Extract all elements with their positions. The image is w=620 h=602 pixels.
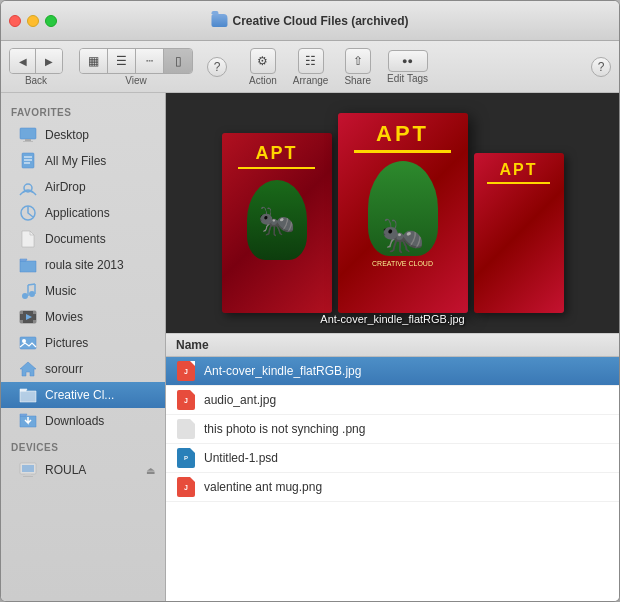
view-icon-btn[interactable]: ▦ [80,49,108,73]
help-section: ? [207,57,227,77]
sidebar-movies-label: Movies [45,310,83,324]
sidebar-sorourr-label: sorourr [45,362,83,376]
table-row[interactable]: J valentine ant mug.png [166,473,619,502]
sidebar-roula-label: roula site 2013 [45,258,124,272]
device-icon [19,461,37,479]
nav-section: ◀ ▶ Back [9,48,63,86]
close-button[interactable] [9,15,21,27]
pictures-icon [19,334,37,352]
sidebar-item-pictures[interactable]: Pictures [1,330,165,356]
sidebar-desktop-label: Desktop [45,128,89,142]
preview-pane: APT 🐜 APT 🐜 [166,93,619,333]
sidebar: FAVORITES Desktop All My Files [1,93,166,601]
svg-rect-24 [22,465,34,472]
svg-rect-2 [23,141,33,142]
minimize-button[interactable] [27,15,39,27]
sidebar-pictures-label: Pictures [45,336,88,350]
name-column-header: Name [176,338,209,352]
sidebar-item-roula-site[interactable]: roula site 2013 [1,252,165,278]
svg-point-10 [29,291,35,297]
back-button[interactable]: ◀ [10,49,36,74]
edit-tags-section[interactable]: ●● Edit Tags [381,48,434,86]
sidebar-item-roula-device[interactable]: ROULA ⏏ [1,457,165,483]
file-icon-psd: P [176,448,196,468]
edit-tags-label: Edit Tags [387,74,428,84]
sidebar-item-creative[interactable]: Creative Cl... [1,382,165,408]
creative-folder-icon [19,386,37,404]
share-icon: ⇧ [345,48,371,74]
back-forward-group: ◀ ▶ [9,48,63,74]
action-label: Action [249,76,277,86]
svg-line-12 [28,284,35,285]
titlebar-folder-icon [211,14,227,27]
table-row[interactable]: J Ant-cover_kindle_flatRGB.jpg [166,357,619,386]
devices-header: DEVICES [1,434,165,457]
preview-image: APT 🐜 APT 🐜 [166,93,619,333]
file-area: APT 🐜 APT 🐜 [166,93,619,601]
svg-rect-0 [20,128,36,139]
file-icon-jpg-2: J [176,390,196,410]
sidebar-item-music[interactable]: Music [1,278,165,304]
sidebar-item-documents[interactable]: Documents [1,226,165,252]
help2-button[interactable]: ? [591,57,611,77]
traffic-lights [9,15,57,27]
sidebar-item-all-files[interactable]: All My Files [1,148,165,174]
sidebar-downloads-label: Downloads [45,414,104,428]
svg-rect-1 [25,139,31,141]
file-name: audio_ant.jpg [204,393,276,407]
roula-folder-icon [19,256,37,274]
sidebar-music-label: Music [45,284,76,298]
view-label: View [125,76,147,86]
sidebar-documents-label: Documents [45,232,106,246]
window-title: Creative Cloud Files (archived) [232,14,408,28]
book-cover-container: APT 🐜 APT 🐜 [207,93,579,333]
forward-button[interactable]: ▶ [36,49,62,74]
help-button[interactable]: ? [207,57,227,77]
airdrop-icon [19,178,37,196]
view-column-btn[interactable]: ┄ [136,49,164,73]
sidebar-item-airdrop[interactable]: AirDrop [1,174,165,200]
share-section[interactable]: ⇧ Share [338,46,377,88]
table-row[interactable]: this photo is not synching .png [166,415,619,444]
table-row[interactable]: P Untitled-1.psd [166,444,619,473]
back-label: Back [25,76,47,86]
file-icon-png [176,419,196,439]
sidebar-roula-device-label: ROULA [45,463,86,477]
sidebar-item-sorourr[interactable]: sorourr [1,356,165,382]
titlebar-center: Creative Cloud Files (archived) [211,14,408,28]
toolbar: ◀ ▶ Back ▦ ☰ ┄ ▯ View ? ⚙ Action [1,41,619,93]
all-files-icon [19,152,37,170]
action-icon: ⚙ [250,48,276,74]
file-icon-png-2: J [176,477,196,497]
sidebar-item-downloads[interactable]: Downloads [1,408,165,434]
view-section: ▦ ☰ ┄ ▯ View [79,48,193,86]
svg-marker-22 [20,362,36,376]
file-name: valentine ant mug.png [204,480,322,494]
book-back-1: APT 🐜 [222,133,332,313]
table-row[interactable]: J audio_ant.jpg [166,386,619,415]
svg-rect-16 [33,311,36,314]
applications-icon [19,204,37,222]
share-label: Share [344,76,371,86]
svg-rect-18 [33,320,36,323]
book-main: APT 🐜 CREATIVE CLOUD [338,113,468,313]
maximize-button[interactable] [45,15,57,27]
sidebar-item-movies[interactable]: Movies [1,304,165,330]
sidebar-item-desktop[interactable]: Desktop [1,122,165,148]
finder-window: Creative Cloud Files (archived) ◀ ▶ Back… [0,0,620,602]
movies-icon [19,308,37,326]
sidebar-item-applications[interactable]: Applications [1,200,165,226]
eject-icon[interactable]: ⏏ [146,465,155,476]
sidebar-applications-label: Applications [45,206,110,220]
view-list-btn[interactable]: ☰ [108,49,136,73]
arrange-icon: ☷ [298,48,324,74]
view-cover-btn[interactable]: ▯ [164,49,192,73]
action-section[interactable]: ⚙ Action [243,46,283,88]
titlebar: Creative Cloud Files (archived) [1,1,619,41]
help2-section: ? [591,57,611,77]
svg-rect-15 [20,311,23,314]
music-icon [19,282,37,300]
arrange-section[interactable]: ☷ Arrange [287,46,335,88]
sidebar-all-files-label: All My Files [45,154,106,168]
arrange-label: Arrange [293,76,329,86]
